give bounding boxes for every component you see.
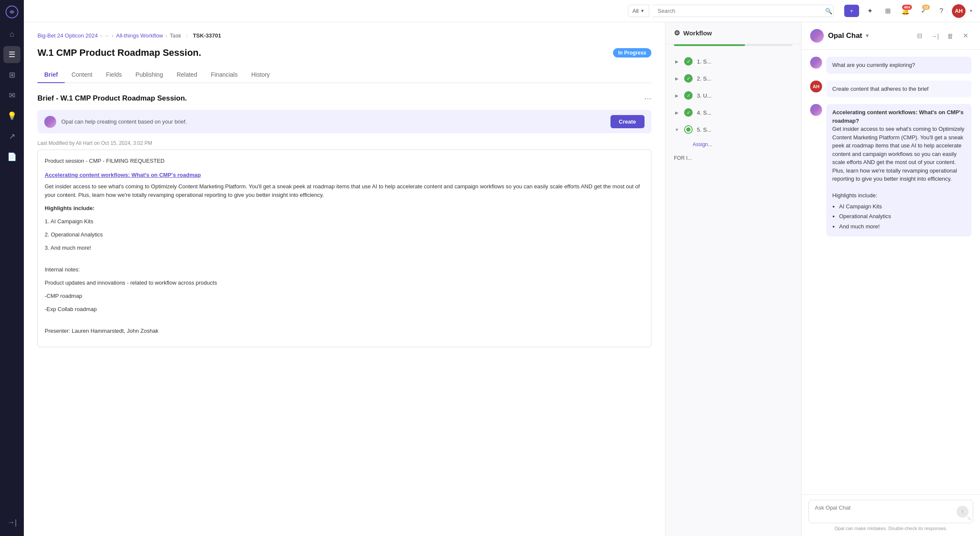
chat-close-icon[interactable]: ✕ <box>960 30 971 42</box>
brief-heading[interactable]: Accelerating content workflows: What's o… <box>45 171 644 180</box>
workflow-icon: ⚙ <box>674 29 680 37</box>
sidebar-collapse-btn[interactable]: →| <box>3 514 20 531</box>
tab-financials[interactable]: Financials <box>204 67 244 83</box>
search-filter-select[interactable]: All ▼ <box>628 5 649 17</box>
workflow-header: ⚙ Workflow <box>665 22 801 44</box>
tab-content[interactable]: Content <box>65 67 99 83</box>
resize-handle[interactable]: ⇘ <box>967 515 971 521</box>
expand-icon-2[interactable]: ▶ <box>674 75 680 81</box>
task-button[interactable]: ✓ 13 <box>916 4 931 18</box>
status-badge[interactable]: In Progress <box>613 48 651 58</box>
workflow-item-3[interactable]: ▶ ✓ 3. U... <box>665 87 801 104</box>
message-bubble-1: What are you currently exploring? <box>826 57 971 74</box>
sidebar: ⌂ ☰ ⊞ ✉ 💡 ↗ 📄 →| <box>0 0 24 536</box>
search-input[interactable] <box>653 5 834 17</box>
brief-line1: Product session - CMP - FILMING REQUESTE… <box>45 157 644 166</box>
chat-delete-icon[interactable]: 🗑 <box>944 30 956 42</box>
expand-icon-3[interactable]: ▶ <box>674 92 680 98</box>
check-icon-3: ✓ <box>684 91 693 100</box>
search-bar: All ▼ 🔍 <box>628 5 832 17</box>
breadcrumb-ellipsis[interactable]: ··· <box>105 32 109 39</box>
message-bubble-2: Create content that adheres to the brief <box>826 81 971 98</box>
brief-title: Brief - W.1 CMP Product Roadmap Session. <box>37 94 187 103</box>
message-1: What are you currently exploring? <box>810 57 971 74</box>
brief-internal-1: Product updates and innovations - relate… <box>45 279 644 288</box>
brief-highlights-label: Highlights include: <box>45 204 644 213</box>
sidebar-item-docs[interactable]: 📄 <box>3 148 20 165</box>
message-heading-3: Accelerating content workflows: What's o… <box>832 109 963 124</box>
opal-input-area: ↑ ⇘ Opal can make mistakes. Double-check… <box>802 494 980 536</box>
breadcrumb-project[interactable]: Big-Bet 24 Opticon 2024 <box>37 32 98 39</box>
opal-banner: Opal can help creating content based on … <box>37 110 651 133</box>
for-internal-text: FOR I... <box>674 155 692 161</box>
sidebar-item-ideas[interactable]: 💡 <box>3 107 20 124</box>
main-wrapper: All ▼ 🔍 + ✦ ⊞ 🔔 464 ✓ 13 ? AH ▼ <box>24 0 980 536</box>
tab-fields[interactable]: Fields <box>99 67 129 83</box>
user-avatar[interactable]: AH <box>952 4 966 18</box>
app-logo <box>5 5 19 19</box>
user-menu-chevron[interactable]: ▼ <box>969 9 973 13</box>
breadcrumb-chevron-1: › <box>100 33 102 39</box>
brief-highlight-3: 3. And much more! <box>45 244 644 253</box>
message-2: AH Create content that adheres to the br… <box>810 81 971 98</box>
workflow-item-5[interactable]: ▼ 5. S... <box>665 121 801 138</box>
brief-options-button[interactable]: ··· <box>644 93 651 103</box>
workflow-item-label-4: 4. S... <box>697 110 793 116</box>
plus-icon: + <box>850 8 854 14</box>
expand-icon-4[interactable]: ▶ <box>674 110 680 115</box>
brief-title-row: Brief - W.1 CMP Product Roadmap Session.… <box>37 93 651 103</box>
last-modified: Last Modified by Ali Hart on Oct 15, 202… <box>37 140 651 146</box>
breadcrumb: Big-Bet 24 Opticon 2024 › ··· › All-thin… <box>37 32 651 39</box>
notification-bell-button[interactable]: 🔔 464 <box>898 4 913 18</box>
sidebar-item-list[interactable]: ☰ <box>3 46 20 63</box>
workflow-item-2[interactable]: ▶ ✓ 2. S... <box>665 70 801 87</box>
ai-avatar-2 <box>810 104 822 116</box>
search-icon: 🔍 <box>825 8 832 14</box>
workflow-for-internal: FOR I... <box>665 151 801 161</box>
ai-sparkle-button[interactable]: ✦ <box>863 4 877 18</box>
tab-brief[interactable]: Brief <box>37 67 65 83</box>
workflow-item-label-5: 5. S... <box>697 127 793 133</box>
tab-publishing[interactable]: Publishing <box>129 67 170 83</box>
breadcrumb-workflow[interactable]: All-things Workflow <box>116 32 163 39</box>
message-bubble-3: Accelerating content workflows: What's o… <box>826 104 971 236</box>
brief-content: Product session - CMP - FILMING REQUESTE… <box>37 150 651 347</box>
workflow-item-1[interactable]: ▶ ✓ 1. S... <box>665 53 801 70</box>
highlight-item-2: Operational Analytics <box>839 212 966 221</box>
sidebar-item-analytics[interactable]: ↗ <box>3 128 20 145</box>
add-button[interactable]: + <box>844 5 860 17</box>
message-text-1: What are you currently exploring? <box>832 62 915 68</box>
tab-related[interactable]: Related <box>170 67 204 83</box>
opal-disclaimer: Opal can make mistakes. Double-check its… <box>808 526 973 531</box>
create-content-button[interactable]: Create <box>610 115 645 128</box>
expand-icon-5[interactable]: ▼ <box>674 127 680 133</box>
opal-chat-chevron[interactable]: ▼ <box>865 33 870 39</box>
help-button[interactable]: ? <box>934 4 948 18</box>
user-avatar-msg: AH <box>810 81 822 92</box>
assign-label[interactable]: Assign... <box>693 141 712 147</box>
check-icon-5 <box>684 125 693 134</box>
chat-layout-icon[interactable]: ⊟ <box>914 30 926 42</box>
workflow-item-label-1: 1. S... <box>697 58 793 65</box>
highlights-label: Highlights include: <box>832 192 877 199</box>
template-icon-button[interactable]: ⊞ <box>880 4 895 18</box>
workflow-item-label-3: 3. U... <box>697 92 793 99</box>
opal-banner-text: Opal can help creating content based on … <box>61 118 605 125</box>
opal-orb-icon <box>44 116 56 128</box>
opal-chat-input[interactable] <box>815 504 956 517</box>
brief-internal-3: -Exp Collab roadmap <box>45 305 644 314</box>
workflow-item-4[interactable]: ▶ ✓ 4. S... <box>665 104 801 121</box>
task-title: W.1 CMP Product Roadmap Session. <box>37 47 201 58</box>
sidebar-item-grid[interactable]: ⊞ <box>3 66 20 84</box>
page-content: Big-Bet 24 Opticon 2024 › ··· › All-thin… <box>24 22 980 536</box>
chevron-down-icon: ▼ <box>640 9 645 13</box>
workflow-progress-fill <box>674 44 745 46</box>
brief-highlight-2: 2. Operational Analytics <box>45 231 644 239</box>
task-badge: 13 <box>922 5 930 10</box>
workflow-assign-row: Assign... <box>665 138 801 151</box>
sidebar-item-home[interactable]: ⌂ <box>3 26 20 43</box>
chat-expand-icon[interactable]: →| <box>929 30 941 42</box>
sidebar-item-inbox[interactable]: ✉ <box>3 87 20 104</box>
expand-icon-1[interactable]: ▶ <box>674 58 680 64</box>
tab-history[interactable]: History <box>244 67 277 83</box>
